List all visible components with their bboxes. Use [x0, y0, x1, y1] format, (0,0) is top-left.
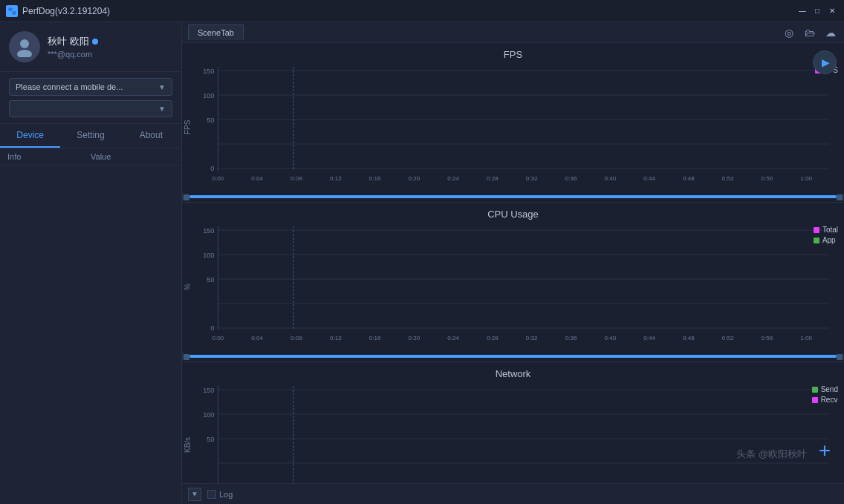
main-layout: 秋叶 欧阳 ***@qq.com Please connect a mobile…: [0, 22, 844, 504]
app-icon: 🐾: [6, 5, 18, 17]
svg-text:150: 150: [203, 68, 214, 75]
device-dropdown-text: Please connect a mobile de...: [16, 82, 123, 91]
svg-text:0:12: 0:12: [330, 175, 342, 182]
svg-text:0:44: 0:44: [643, 175, 655, 182]
svg-text:0:40: 0:40: [604, 175, 616, 182]
svg-text:0:56: 0:56: [762, 175, 773, 182]
fps-y-label: FPS: [182, 63, 195, 192]
svg-text:100: 100: [203, 411, 214, 419]
bottom-bar: ▼ Log: [182, 483, 844, 504]
window-controls: — □ ✕: [796, 5, 838, 17]
network-svg-area: 150 100 50 0 0:00 0:04 0:08 0:12 0:16 0:…: [195, 382, 844, 483]
device-dropdown[interactable]: Please connect a mobile de... ▼: [9, 78, 172, 96]
tab-setting[interactable]: Setting: [60, 124, 120, 148]
svg-text:50: 50: [207, 276, 214, 284]
send-dot: [812, 387, 818, 393]
svg-text:0:20: 0:20: [408, 335, 420, 341]
svg-text:0:56: 0:56: [762, 335, 773, 341]
svg-text:0: 0: [210, 165, 214, 172]
svg-text:0:28: 0:28: [487, 335, 499, 341]
fps-scrollbar[interactable]: [182, 193, 844, 200]
log-checkbox[interactable]: [207, 490, 216, 499]
cpu-chart: CPU Usage % 150 100 50: [182, 203, 844, 362]
cpu-scrollbar-left-handle[interactable]: [184, 354, 189, 360]
app-label: App: [822, 236, 836, 244]
scene-tab-bar: SceneTab ◎ 🗁 ☁: [182, 22, 844, 43]
cpu-legend: Total App: [814, 226, 838, 244]
title-text: PerfDog(v3.2.191204): [22, 6, 110, 16]
folder-icon[interactable]: 🗁: [802, 25, 817, 40]
info-table: Info Value: [0, 148, 181, 504]
send-label: Send: [821, 385, 838, 393]
svg-text:0:44: 0:44: [643, 335, 655, 341]
svg-text:100: 100: [203, 92, 214, 99]
svg-text:0:52: 0:52: [722, 335, 734, 341]
device-selector-section: Please connect a mobile de... ▼ ▼: [0, 72, 181, 124]
svg-text:100: 100: [203, 252, 214, 259]
maximize-button[interactable]: □: [811, 5, 823, 17]
svg-text:150: 150: [203, 387, 214, 394]
username: 秋叶 欧阳: [48, 35, 172, 48]
svg-text:0:08: 0:08: [290, 175, 302, 182]
recv-dot: [812, 397, 818, 403]
charts-area[interactable]: ▶ FPS FPS: [182, 43, 844, 483]
sidebar-tabs: Device Setting About: [0, 124, 181, 148]
info-table-header: Info Value: [0, 148, 181, 166]
play-icon: ▶: [822, 56, 830, 68]
info-col-header: Info: [7, 152, 91, 161]
svg-text:0:48: 0:48: [683, 335, 695, 341]
fps-title: FPS: [182, 49, 844, 60]
cpu-scrollbar-thumb[interactable]: [189, 355, 837, 358]
svg-text:0:00: 0:00: [212, 175, 224, 182]
network-chart-inner: KB/s 150 100 50 0: [182, 382, 844, 483]
svg-point-1: [17, 50, 32, 57]
target-icon[interactable]: ◎: [782, 25, 796, 40]
cpu-scrollbar-right-handle[interactable]: [837, 354, 843, 360]
cpu-svg-area: 150 100 50 0 0:00 0:04 0:08 0:12 0:16 0:…: [195, 223, 844, 351]
cpu-legend-total: Total: [814, 226, 838, 234]
user-email: ***@qq.com: [48, 50, 172, 59]
fps-scrollbar-thumb[interactable]: [189, 195, 837, 198]
app-dropdown[interactable]: ▼: [9, 100, 172, 117]
network-chart: Network KB/s 150 100 50: [182, 362, 844, 483]
svg-text:0:16: 0:16: [369, 175, 381, 182]
cpu-y-label: %: [182, 223, 195, 351]
svg-text:0:04: 0:04: [251, 335, 263, 341]
svg-text:0:36: 0:36: [565, 335, 577, 341]
svg-text:0:48: 0:48: [683, 175, 695, 182]
tab-about[interactable]: About: [121, 124, 181, 148]
cpu-legend-app: App: [814, 236, 838, 244]
svg-text:0:24: 0:24: [447, 335, 459, 341]
svg-text:0:16: 0:16: [369, 335, 381, 341]
log-label: Log: [219, 490, 233, 499]
cloud-icon[interactable]: ☁: [823, 25, 838, 40]
tab-device[interactable]: Device: [0, 124, 60, 148]
cpu-scrollbar[interactable]: [182, 353, 844, 360]
minimize-button[interactable]: —: [796, 5, 808, 17]
svg-text:1:00: 1:00: [800, 335, 812, 341]
svg-point-0: [20, 39, 29, 48]
svg-text:0:08: 0:08: [290, 335, 302, 341]
fps-chart: FPS FPS: [182, 43, 844, 203]
scene-tab[interactable]: SceneTab: [188, 24, 244, 40]
user-section: 秋叶 欧阳 ***@qq.com: [0, 22, 181, 72]
expand-button[interactable]: ▼: [188, 488, 201, 501]
user-info: 秋叶 欧阳 ***@qq.com: [48, 35, 172, 59]
recv-label: Recv: [821, 396, 838, 404]
svg-text:0:24: 0:24: [447, 175, 459, 182]
fps-scrollbar-left-handle[interactable]: [184, 194, 189, 200]
play-button[interactable]: ▶: [813, 50, 837, 74]
close-button[interactable]: ✕: [826, 5, 838, 17]
value-col-header: Value: [91, 152, 174, 161]
scene-controls: ◎ 🗁 ☁: [782, 25, 838, 40]
app-dot: [814, 238, 819, 243]
add-button[interactable]: +: [814, 440, 835, 461]
log-toggle[interactable]: Log: [207, 490, 233, 499]
online-indicator: [92, 39, 98, 45]
app-dropdown-arrow: ▼: [158, 105, 166, 113]
user-name-text: 秋叶 欧阳: [48, 35, 89, 48]
content-area: SceneTab ◎ 🗁 ☁ ▶ FPS FPS: [182, 22, 844, 504]
fps-scrollbar-right-handle[interactable]: [837, 194, 843, 200]
svg-text:0:00: 0:00: [212, 335, 224, 341]
title-bar-left: 🐾 PerfDog(v3.2.191204): [6, 5, 110, 17]
